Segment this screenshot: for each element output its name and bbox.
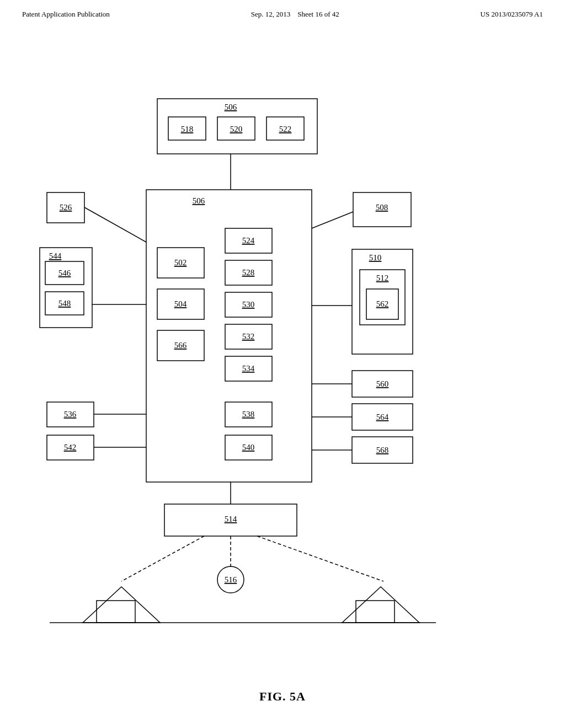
header-publication: Patent Application Publication <box>22 10 110 19</box>
diagram-area: text { font-family: 'Times New Roman', T… <box>0 24 565 719</box>
label-506-main: 506 <box>193 196 205 205</box>
label-536: 536 <box>64 410 77 419</box>
header-date-sheet: Sep. 12, 2013 Sheet 16 of 42 <box>251 10 339 19</box>
label-504: 504 <box>174 299 187 308</box>
label-502: 502 <box>174 258 187 267</box>
box-506-main <box>146 190 312 482</box>
label-542: 542 <box>64 443 77 452</box>
figure-label: FIG. 5A <box>259 689 306 704</box>
label-548: 548 <box>58 299 71 308</box>
label-524: 524 <box>242 236 255 245</box>
header-patent-number: US 2013/0235079 A1 <box>481 10 543 19</box>
label-538: 538 <box>242 410 255 419</box>
box-544 <box>40 248 92 328</box>
label-530: 530 <box>242 300 255 309</box>
house-right-door <box>356 601 395 623</box>
label-534: 534 <box>242 364 255 373</box>
label-546: 546 <box>58 269 71 277</box>
label-506-top: 506 <box>225 103 237 111</box>
dashed-514-to-house-left <box>121 536 204 581</box>
label-562: 562 <box>376 299 389 308</box>
house-right-roof <box>342 587 419 623</box>
conn-506-to-508 <box>312 212 353 228</box>
label-512: 512 <box>376 274 389 282</box>
label-522: 522 <box>279 125 292 133</box>
label-508: 508 <box>376 203 388 212</box>
label-514: 514 <box>225 515 237 523</box>
label-564: 564 <box>376 413 389 421</box>
house-left-door <box>97 601 135 623</box>
label-526: 526 <box>60 203 72 212</box>
page-header: Patent Application Publication Sep. 12, … <box>0 0 565 24</box>
label-560: 560 <box>376 379 389 388</box>
dashed-514-to-house-right <box>257 536 383 581</box>
label-532: 532 <box>242 332 255 341</box>
label-568: 568 <box>376 446 389 454</box>
label-528: 528 <box>242 268 255 277</box>
patent-diagram-svg: text { font-family: 'Times New Roman', T… <box>0 24 565 719</box>
conn-526-to-506 <box>84 207 146 242</box>
house-left-roof <box>83 587 160 623</box>
label-540: 540 <box>242 443 255 452</box>
label-520: 520 <box>230 125 243 133</box>
label-566: 566 <box>174 341 187 350</box>
label-518: 518 <box>181 125 194 133</box>
label-544: 544 <box>49 251 62 260</box>
label-516: 516 <box>225 575 237 584</box>
label-510: 510 <box>369 253 382 262</box>
